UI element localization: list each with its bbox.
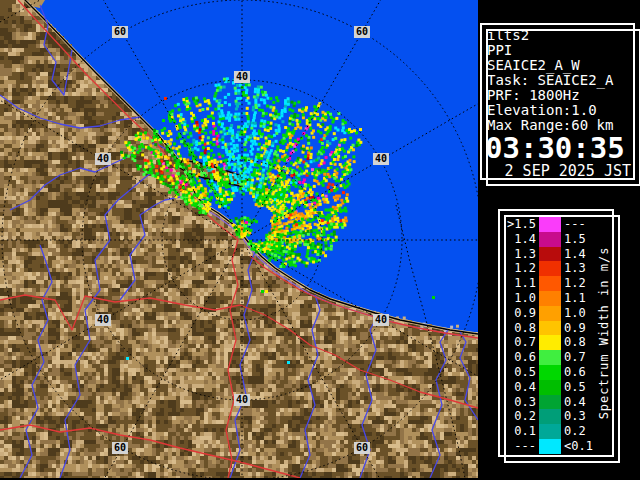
legend-right-label: 0.9: [561, 321, 586, 336]
legend-row: 0.60.7: [504, 350, 593, 365]
range-ring-label: 40: [373, 153, 389, 165]
radar-map: 60604040404040406060: [0, 0, 478, 478]
legend-left-label: 0.3: [504, 395, 539, 410]
legend-color-swatch: [539, 232, 561, 247]
legend-left-label: 0.5: [504, 365, 539, 380]
legend-row: >1.5---: [504, 217, 593, 232]
legend-right-label: 0.7: [561, 350, 586, 365]
info-line: PPI: [487, 43, 633, 58]
info-line: Elevation:1.0: [487, 103, 633, 118]
range-ring-label: 60: [354, 26, 370, 38]
radar-display-screen: { "app": { "lines": ["ilts2","PPI","SEAI…: [0, 0, 640, 480]
legend-row: 0.70.8: [504, 335, 593, 350]
legend-left-label: 0.7: [504, 335, 539, 350]
legend-row: 0.50.6: [504, 365, 593, 380]
legend-row: 0.20.3: [504, 409, 593, 424]
info-lines: ilts2PPISEAICE2_A_WTask: SEAICE2_APRF: 1…: [482, 25, 633, 133]
legend-left-label: 0.8: [504, 321, 539, 336]
legend-color-swatch: [539, 276, 561, 291]
legend-row: 1.11.2: [504, 276, 593, 291]
range-ring-label: 60: [354, 442, 370, 454]
info-line: PRF: 1800Hz: [487, 88, 633, 103]
legend-right-label: 0.3: [561, 409, 586, 424]
range-ring-label: 40: [234, 394, 250, 406]
legend-row: 0.10.2: [504, 424, 593, 439]
legend-color-swatch: [539, 291, 561, 306]
legend-right-label: 1.5: [561, 232, 586, 247]
legend-right-label: 1.3: [561, 261, 586, 276]
legend-color-swatch: [539, 335, 561, 350]
legend-left-label: 1.1: [504, 276, 539, 291]
legend-color-swatch: [539, 350, 561, 365]
legend-color-swatch: [539, 409, 561, 424]
legend-color-swatch: [539, 321, 561, 336]
legend-right-label: 0.8: [561, 335, 586, 350]
legend-left-label: 0.6: [504, 350, 539, 365]
legend-color-swatch: [539, 365, 561, 380]
clock-date: 2 SEP 2025 JST: [482, 163, 633, 179]
legend-row: ---<0.1: [504, 439, 593, 454]
legend-row: 1.41.5: [504, 232, 593, 247]
legend-rows: >1.5---1.41.51.31.41.21.31.11.21.01.10.9…: [504, 217, 593, 454]
clock-time: 03:30:35: [482, 133, 633, 163]
legend-row: 0.40.5: [504, 380, 593, 395]
legend-right-label: 1.0: [561, 306, 586, 321]
legend-right-label: 0.6: [561, 365, 586, 380]
legend-right-label: <0.1: [561, 439, 593, 454]
legend-row: 0.30.4: [504, 395, 593, 410]
legend-right-label: 1.4: [561, 247, 586, 262]
legend-color-swatch: [539, 380, 561, 395]
range-ring-label: 40: [373, 314, 389, 326]
legend-left-label: 0.4: [504, 380, 539, 395]
legend-left-label: 1.0: [504, 291, 539, 306]
legend-left-label: 1.3: [504, 247, 539, 262]
legend-title: Spectrum Width in m/s: [597, 247, 611, 420]
info-line: SEAICE2_A_W: [487, 58, 633, 73]
info-panel: ilts2PPISEAICE2_A_WTask: SEAICE2_APRF: 1…: [480, 23, 635, 180]
legend-right-label: 1.1: [561, 291, 586, 306]
legend-color-swatch: [539, 424, 561, 439]
legend-left-label: 0.9: [504, 306, 539, 321]
legend-right-label: 0.5: [561, 380, 586, 395]
legend-left-label: 0.2: [504, 409, 539, 424]
legend-row: 1.31.4: [504, 247, 593, 262]
legend-color-swatch: [539, 439, 561, 454]
legend-row: 1.01.1: [504, 291, 593, 306]
info-line: Task: SEAICE2_A: [487, 73, 633, 88]
legend-left-label: ---: [504, 439, 539, 454]
legend-color-swatch: [539, 247, 561, 262]
range-ring-label: 40: [95, 314, 111, 326]
legend-row: 1.21.3: [504, 261, 593, 276]
range-ring-label: 40: [95, 153, 111, 165]
legend-row: 0.80.9: [504, 321, 593, 336]
legend-color-swatch: [539, 306, 561, 321]
legend-color-swatch: [539, 217, 561, 232]
range-ring-label: 60: [112, 442, 128, 454]
legend-left-label: >1.5: [504, 217, 539, 232]
legend-left-label: 1.2: [504, 261, 539, 276]
legend-right-label: ---: [561, 217, 586, 232]
legend-color-swatch: [539, 261, 561, 276]
range-ring-label: 40: [234, 71, 250, 83]
legend-row: 0.91.0: [504, 306, 593, 321]
range-ring-label: 60: [112, 26, 128, 38]
legend-right-label: 0.2: [561, 424, 586, 439]
legend-left-label: 1.4: [504, 232, 539, 247]
legend-color-swatch: [539, 395, 561, 410]
legend-right-label: 0.4: [561, 395, 586, 410]
legend-right-label: 1.2: [561, 276, 586, 291]
legend-panel: >1.5---1.41.51.31.41.21.31.11.21.01.10.9…: [498, 209, 614, 457]
info-line: ilts2: [487, 28, 633, 43]
legend-left-label: 0.1: [504, 424, 539, 439]
